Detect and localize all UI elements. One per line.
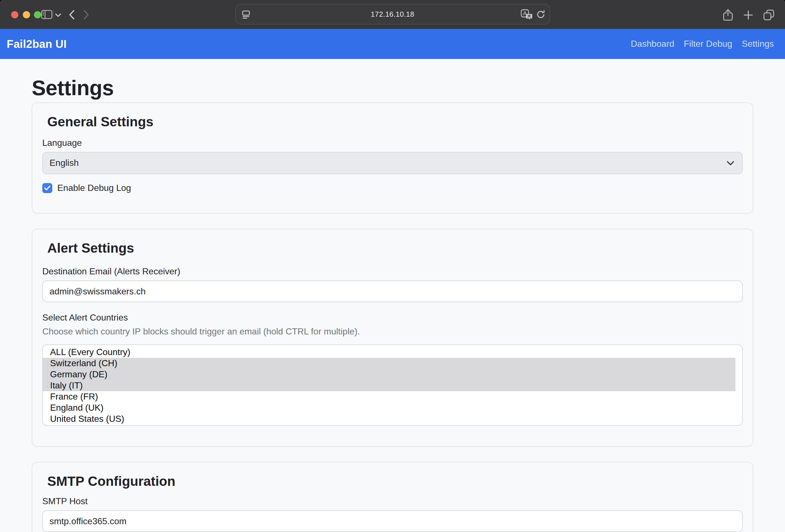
reload-icon[interactable] xyxy=(536,10,545,19)
general-settings-card: General Settings Language English Enable… xyxy=(32,102,753,214)
new-tab-icon[interactable] xyxy=(743,10,753,20)
alert-countries-listbox[interactable]: ALL (Every Country)Switzerland (CH)Germa… xyxy=(42,345,743,426)
app-navbar: Fail2ban UI DashboardFilter DebugSetting… xyxy=(0,29,785,59)
smtp-configuration-title: SMTP Configuration xyxy=(47,474,743,489)
country-option[interactable]: France (FR) xyxy=(43,391,742,402)
sidebar-toggle-icon[interactable] xyxy=(41,10,52,19)
alert-settings-title: Alert Settings xyxy=(47,240,743,256)
general-settings-title: General Settings xyxy=(47,114,743,130)
chevron-down-icon[interactable] xyxy=(55,14,61,17)
share-icon[interactable] xyxy=(723,9,733,21)
smtp-host-input[interactable]: smtp.office365.com xyxy=(42,510,743,532)
nav-link[interactable]: Settings xyxy=(742,39,774,49)
language-label: Language xyxy=(42,137,743,148)
nav-links: DashboardFilter DebugSettings xyxy=(631,39,774,49)
country-option[interactable]: Switzerland (CH) xyxy=(43,358,735,369)
nav-link[interactable]: Filter Debug xyxy=(684,39,732,49)
alert-countries-label: Select Alert Countries xyxy=(42,312,743,323)
address-bar[interactable]: 172.16.10.18 A xyxy=(235,4,550,24)
enable-debug-checkbox[interactable] xyxy=(42,183,52,193)
page-format-icon[interactable] xyxy=(242,10,250,18)
enable-debug-label[interactable]: Enable Debug Log xyxy=(57,183,131,193)
country-option[interactable]: United States (US) xyxy=(43,413,742,425)
smtp-host-label: SMTP Host xyxy=(42,496,743,506)
toolbar-divider xyxy=(53,10,53,20)
debug-log-row: Enable Debug Log xyxy=(42,183,743,193)
country-option[interactable]: Germany (DE) xyxy=(43,369,735,380)
window-controls xyxy=(11,11,41,18)
alert-countries-help: Choose which country IP blocks should tr… xyxy=(42,326,743,337)
page-title: Settings xyxy=(32,76,753,100)
select-chevron-icon xyxy=(727,160,734,166)
translate-icon[interactable]: A xyxy=(521,9,532,20)
language-select-value: English xyxy=(50,158,79,168)
browser-window: 172.16.10.18 A xyxy=(0,0,785,532)
destination-email-input[interactable]: admin@swissmakers.ch xyxy=(42,280,743,302)
app-brand[interactable]: Fail2ban UI xyxy=(7,37,67,50)
back-icon[interactable] xyxy=(69,10,75,20)
url-text: 172.16.10.18 xyxy=(371,10,414,18)
close-window-button[interactable] xyxy=(11,11,18,18)
country-option[interactable]: Italy (IT) xyxy=(43,380,735,391)
browser-toolbar: 172.16.10.18 A xyxy=(0,0,785,29)
nav-link[interactable]: Dashboard xyxy=(631,39,675,49)
alert-settings-card: Alert Settings Destination Email (Alerts… xyxy=(32,229,753,447)
page-content: Settings General Settings Language Engli… xyxy=(0,59,785,532)
country-option[interactable]: ALL (Every Country) xyxy=(43,347,742,358)
destination-email-label: Destination Email (Alerts Receiver) xyxy=(42,266,743,277)
minimize-window-button[interactable] xyxy=(23,11,30,18)
language-select[interactable]: English xyxy=(42,152,743,174)
country-option[interactable]: England (UK) xyxy=(43,402,742,413)
zoom-window-button[interactable] xyxy=(34,11,41,18)
smtp-configuration-card: SMTP Configuration SMTP Host smtp.office… xyxy=(32,462,753,532)
forward-icon[interactable] xyxy=(83,10,89,20)
tab-overview-icon[interactable] xyxy=(763,9,775,21)
